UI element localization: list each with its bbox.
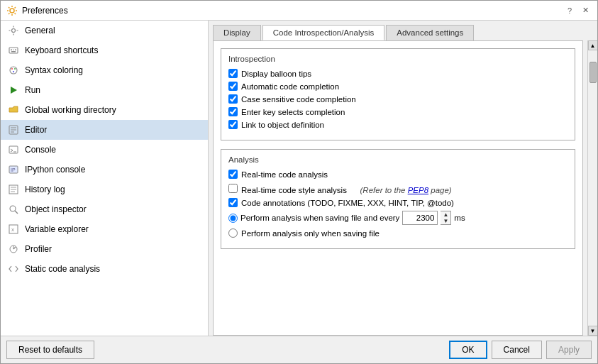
editor-icon (8, 124, 19, 136)
sidebar-label-console: Console (25, 145, 56, 155)
bottom-bar: Reset to defaults OK Cancel Apply (1, 336, 597, 363)
sidebar: General Keyboard shortcuts Syntax colori… (1, 21, 209, 336)
scroll-thumb[interactable] (589, 62, 597, 83)
reset-to-defaults-button[interactable]: Reset to defaults (6, 341, 94, 359)
analysis-title: Analysis (228, 155, 567, 164)
sidebar-item-history-log[interactable]: History log (1, 180, 208, 199)
realtime-code-checkbox[interactable] (228, 170, 238, 179)
bottom-right-buttons: OK Cancel Apply (449, 341, 592, 359)
code-icon (8, 263, 19, 275)
link-object-label: Link to object definition (241, 121, 324, 129)
spin-up-button[interactable]: ▲ (441, 211, 450, 218)
sidebar-label-static-code: Static code analysis (25, 264, 100, 274)
gear-icon (8, 25, 19, 36)
apply-button[interactable]: Apply (546, 341, 592, 359)
sidebar-item-variable-explorer[interactable]: x Variable explorer (1, 219, 208, 239)
link-object-checkbox[interactable] (228, 120, 238, 129)
auto-completion-label: Automatic code completion (241, 82, 339, 91)
radio-save-only-row: Perform analysis only when saving file (228, 228, 567, 238)
sidebar-label-general: General (25, 26, 55, 35)
svg-point-7 (10, 67, 17, 74)
sidebar-item-run[interactable]: Run (1, 80, 208, 100)
balloon-tips-label: Display balloon tips (241, 70, 311, 78)
realtime-style-label: Real-time code style analysis (241, 186, 347, 194)
spinbox-input[interactable] (402, 211, 438, 225)
checkbox-code-annotations: Code annotations (TODO, FIXME, XXX, HINT… (228, 198, 567, 207)
sidebar-label-variable-explorer: Variable explorer (25, 224, 89, 234)
checkbox-auto-completion: Automatic code completion (228, 82, 567, 91)
realtime-style-checkbox[interactable] (228, 184, 238, 193)
sidebar-label-profiler: Profiler (25, 244, 52, 254)
checkbox-case-sensitive: Case sensitive code completion (228, 94, 567, 104)
svg-text:IP: IP (11, 167, 16, 172)
introspection-title: Introspection (228, 55, 567, 63)
svg-marker-11 (11, 87, 17, 94)
ms-label: ms (454, 214, 465, 222)
checkbox-enter-key: Enter key selects completion (228, 107, 567, 116)
balloon-tips-checkbox[interactable] (228, 69, 238, 78)
svg-point-24 (10, 206, 16, 211)
svg-rect-3 (11, 50, 12, 51)
radio-save-every-row: Perform analysis when saving file and ev… (228, 211, 567, 225)
sidebar-item-global-working-directory[interactable]: Global working directory (1, 100, 208, 120)
title-bar-controls: ? ✕ (563, 4, 592, 17)
preferences-window: Preferences ? ✕ General Keyboard shortcu… (0, 0, 598, 364)
spinbox-arrows: ▲ ▼ (441, 211, 451, 225)
sidebar-item-profiler[interactable]: Profiler (1, 239, 208, 259)
sidebar-label-editor: Editor (25, 125, 47, 135)
tab-code-introspection[interactable]: Code Introspection/Analysis (262, 25, 385, 40)
tabs-bar: Display Code Introspection/Analysis Adva… (209, 21, 597, 40)
sidebar-label-syntax: Syntax coloring (25, 65, 83, 75)
introspection-section: Introspection Display balloon tips Autom… (221, 48, 575, 140)
sidebar-item-console[interactable]: Console (1, 140, 208, 160)
checkbox-realtime-style: Real-time code style analysis (Refer to … (228, 182, 567, 194)
window-title: Preferences (22, 6, 68, 16)
svg-line-25 (15, 211, 18, 214)
pep8-link[interactable]: PEP8 (408, 186, 428, 194)
inspector-icon (8, 204, 19, 215)
auto-completion-checkbox[interactable] (228, 82, 238, 91)
sidebar-item-syntax-coloring[interactable]: Syntax coloring (1, 60, 208, 80)
sidebar-item-static-code-analysis[interactable]: Static code analysis (1, 259, 208, 279)
sidebar-item-editor[interactable]: Editor (1, 120, 208, 140)
tab-display[interactable]: Display (213, 25, 261, 40)
pep8-italic-text: (Refer to the PEP8 page) (353, 186, 452, 194)
right-panel: Display Code Introspection/Analysis Adva… (209, 21, 597, 336)
ok-button[interactable]: OK (449, 341, 487, 359)
help-button[interactable]: ? (563, 4, 576, 17)
sidebar-label-global-working-directory: Global working directory (25, 105, 116, 115)
code-annotations-label: Code annotations (TODO, FIXME, XXX, HINT… (241, 199, 454, 207)
svg-rect-5 (15, 50, 16, 51)
radio-save-only[interactable] (228, 228, 238, 238)
realtime-code-label: Real-time code analysis (241, 170, 328, 179)
case-sensitive-checkbox[interactable] (228, 94, 238, 104)
svg-rect-6 (11, 51, 16, 53)
scroll-up-button[interactable]: ▲ (588, 40, 598, 50)
ipython-icon: IP (8, 164, 19, 175)
svg-point-9 (14, 68, 16, 70)
svg-point-1 (12, 29, 16, 33)
svg-point-10 (13, 71, 14, 72)
variable-icon: x (8, 224, 19, 235)
sidebar-item-keyboard-shortcuts[interactable]: Keyboard shortcuts (1, 40, 208, 60)
code-annotations-checkbox[interactable] (228, 198, 238, 207)
sidebar-item-ipython-console[interactable]: IP IPython console (1, 160, 208, 180)
radio-save-every[interactable] (228, 214, 238, 223)
svg-text:x: x (11, 226, 14, 233)
scrollbar[interactable]: ▲ ▼ (587, 40, 597, 336)
case-sensitive-label: Case sensitive code completion (241, 95, 356, 104)
sidebar-item-general[interactable]: General (1, 21, 208, 40)
enter-key-checkbox[interactable] (228, 107, 238, 116)
tab-advanced-settings[interactable]: Advanced settings (386, 25, 474, 40)
cancel-button[interactable]: Cancel (492, 341, 542, 359)
spin-down-button[interactable]: ▼ (441, 218, 450, 224)
scroll-down-button[interactable]: ▼ (588, 326, 598, 336)
main-content: General Keyboard shortcuts Syntax colori… (1, 21, 597, 336)
title-bar: Preferences ? ✕ (1, 1, 597, 21)
close-button[interactable]: ✕ (579, 4, 592, 17)
checkbox-realtime-code: Real-time code analysis (228, 170, 567, 179)
svg-point-8 (11, 68, 13, 70)
svg-point-0 (10, 9, 14, 13)
sidebar-item-object-inspector[interactable]: Object inspector (1, 199, 208, 219)
radio-save-only-label: Perform analysis only when saving file (241, 229, 380, 238)
